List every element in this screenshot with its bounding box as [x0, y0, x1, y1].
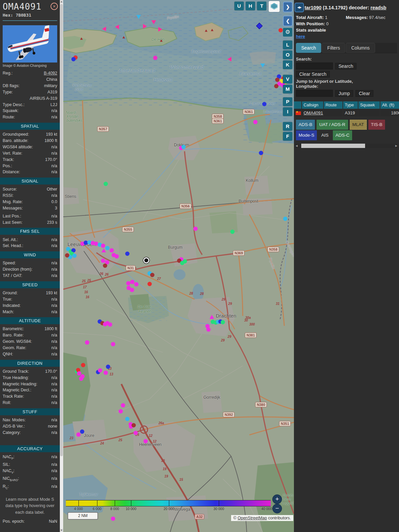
- aircraft-marker[interactable]: [65, 253, 69, 258]
- search-button[interactable]: Search: [335, 63, 356, 69]
- aircraft-marker[interactable]: [125, 252, 130, 256]
- openstreetmap-link[interactable]: OpenStreetMap: [237, 516, 267, 520]
- aircraft-marker[interactable]: [101, 248, 106, 252]
- legend-adsc[interactable]: ADS-C: [333, 130, 352, 140]
- map-button-l[interactable]: L: [283, 41, 292, 49]
- column-header[interactable]: Squawk: [358, 101, 380, 109]
- aircraft-marker[interactable]: [104, 371, 108, 375]
- aircraft-marker[interactable]: [134, 431, 138, 435]
- settings-button[interactable]: ⚙: [283, 28, 292, 37]
- zoom-out-button[interactable]: −: [272, 504, 282, 513]
- sidebar-toggle-icon[interactable]: ◀▶: [295, 3, 304, 12]
- tab-search[interactable]: Search: [296, 43, 321, 53]
- aircraft-marker[interactable]: [221, 320, 225, 325]
- aircraft-marker[interactable]: [102, 27, 106, 31]
- row-value[interactable]: B-4092: [44, 71, 57, 76]
- aircraft-marker[interactable]: [130, 288, 134, 292]
- aircraft-marker[interactable]: [130, 280, 135, 284]
- search-input[interactable]: [296, 63, 333, 69]
- map[interactable]: De HônEngelsmanplaatWierumerwadAmelander…: [63, 0, 294, 532]
- jump-button[interactable]: Jump: [335, 90, 353, 97]
- table-row[interactable]: ★OMA4091A3191800: [294, 109, 399, 116]
- aircraft-marker[interactable]: [79, 377, 83, 381]
- aircraft-marker[interactable]: [103, 264, 107, 268]
- selected-aircraft-marker[interactable]: [143, 257, 149, 263]
- aircraft-marker[interactable]: [150, 273, 155, 277]
- scroll-right-icon[interactable]: ▶: [395, 144, 397, 147]
- aircraft-marker[interactable]: [81, 363, 85, 367]
- legend-uatadsr[interactable]: UAT / ADS-R: [317, 120, 348, 130]
- aircraft-marker[interactable]: [136, 15, 141, 19]
- aircraft-marker[interactable]: [279, 28, 283, 33]
- map-button-k[interactable]: K: [283, 61, 292, 69]
- aircraft-marker[interactable]: [227, 57, 231, 62]
- aircraft-marker[interactable]: [260, 64, 265, 67]
- aircraft-marker[interactable]: [230, 230, 235, 234]
- aircraft-marker[interactable]: [194, 227, 198, 231]
- tar1090-link[interactable]: tar1090: [305, 5, 322, 10]
- column-header[interactable]: Alt. (ft): [380, 101, 399, 109]
- map-button-u[interactable]: U: [234, 2, 244, 10]
- aircraft-marker[interactable]: [274, 84, 279, 88]
- legend-tisb[interactable]: TIS-B: [368, 120, 385, 130]
- aircraft-marker[interactable]: [101, 244, 105, 248]
- map-button-t[interactable]: T: [257, 2, 266, 10]
- aircraft-marker[interactable]: [134, 282, 139, 287]
- aircraft-marker[interactable]: [283, 217, 288, 221]
- aircraft-marker[interactable]: [182, 145, 186, 149]
- column-header[interactable]: [294, 101, 301, 109]
- aircraft-marker[interactable]: [206, 328, 211, 332]
- aircraft-marker[interactable]: [115, 25, 119, 29]
- aircraft-marker[interactable]: [253, 120, 258, 124]
- map-button-f[interactable]: F: [283, 132, 292, 141]
- aircraft-marker[interactable]: [76, 433, 81, 437]
- aircraft-marker[interactable]: [85, 340, 89, 345]
- tab-columns[interactable]: Columns: [346, 43, 375, 53]
- aircraft-marker[interactable]: [180, 261, 185, 265]
- map-button-r[interactable]: R: [283, 122, 292, 131]
- legend-adsb[interactable]: ADS-B: [296, 120, 315, 130]
- aircraft-marker[interactable]: [148, 282, 152, 286]
- aircraft-marker[interactable]: [106, 365, 110, 369]
- map-button-o[interactable]: O: [283, 51, 292, 59]
- map-button-v[interactable]: V: [283, 75, 292, 83]
- aircraft-marker[interactable]: [119, 409, 123, 414]
- aircraft-marker[interactable]: [158, 27, 162, 32]
- aircraft-marker[interactable]: [80, 430, 84, 434]
- panel-collapse-button[interactable]: ❮: [283, 16, 293, 26]
- hscroll-thumb[interactable]: [301, 144, 365, 148]
- cell-callsign[interactable]: OMA4091: [302, 109, 323, 116]
- aircraft-marker[interactable]: [115, 254, 119, 259]
- left-panel-scrollbar[interactable]: ▲ ▼: [60, 0, 63, 532]
- aircraft-marker[interactable]: [72, 254, 77, 258]
- aircraft-marker[interactable]: [153, 56, 158, 60]
- legend-mlat[interactable]: MLAT: [350, 120, 367, 130]
- aircraft-marker[interactable]: [143, 24, 147, 29]
- table-horizontal-scrollbar[interactable]: ◀ ▶: [295, 144, 398, 148]
- tab-filters[interactable]: Filters: [322, 43, 345, 53]
- scroll-down-icon[interactable]: ▼: [60, 529, 63, 532]
- aircraft-marker[interactable]: [71, 57, 76, 62]
- aircraft-marker[interactable]: [111, 517, 115, 521]
- readsb-link[interactable]: readsb: [370, 5, 386, 10]
- column-header[interactable]: Route: [324, 101, 342, 109]
- clear-search-button[interactable]: Clear Search: [296, 71, 330, 77]
- map-button-h[interactable]: H: [246, 2, 255, 10]
- map-button-i[interactable]: I: [283, 107, 292, 116]
- aircraft-marker[interactable]: [262, 102, 267, 106]
- stats-here-link[interactable]: here: [296, 34, 305, 39]
- aircraft-marker[interactable]: [132, 423, 136, 428]
- column-header[interactable]: Callsign: [302, 101, 323, 109]
- aircraft-marker[interactable]: [108, 323, 112, 327]
- column-header[interactable]: Type: [343, 101, 358, 109]
- aircraft-marker[interactable]: [98, 368, 102, 373]
- map-button-p[interactable]: P: [283, 97, 292, 106]
- aircraft-marker[interactable]: [125, 417, 130, 421]
- zoom-in-button[interactable]: +: [272, 494, 282, 504]
- scroll-left-icon[interactable]: ◀: [296, 144, 298, 147]
- aircraft-marker[interactable]: [110, 248, 114, 253]
- aircraft-marker[interactable]: [104, 182, 108, 186]
- aircraft-marker[interactable]: [111, 342, 115, 346]
- panel-expand-button[interactable]: ❯: [283, 2, 293, 12]
- jump-input[interactable]: [296, 90, 333, 97]
